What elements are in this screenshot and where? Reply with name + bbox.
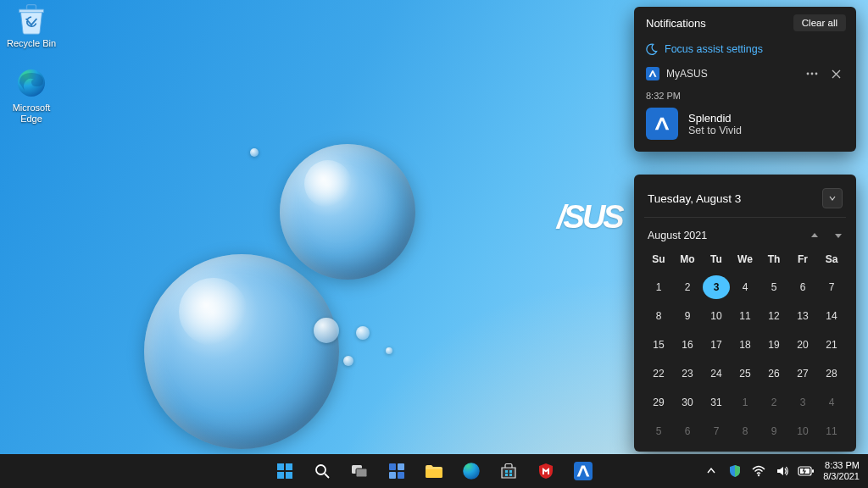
svg-rect-4 <box>277 463 284 470</box>
calendar-day[interactable]: 13 <box>789 304 816 328</box>
calendar-grid: SuMoTuWeThFrSa12345678910111213141516171… <box>644 250 846 443</box>
calendar-day[interactable]: 29 <box>645 391 672 414</box>
battery-tray-button[interactable] <box>796 457 816 485</box>
wifi-icon <box>752 464 765 478</box>
focus-assist-link[interactable]: Focus assist settings <box>634 38 856 64</box>
calendar-collapse-button[interactable] <box>822 188 843 208</box>
start-button[interactable] <box>269 457 301 485</box>
myasus-taskbar-button[interactable] <box>567 457 599 485</box>
calendar-day[interactable]: 1 <box>732 391 759 414</box>
calendar-dow-header: Mo <box>673 250 702 270</box>
calendar-day[interactable]: 18 <box>732 333 759 357</box>
calendar-day[interactable]: 20 <box>789 333 816 357</box>
svg-rect-19 <box>509 474 512 476</box>
calendar-day[interactable]: 5 <box>645 419 672 443</box>
calendar-day[interactable]: 4 <box>732 275 759 299</box>
calendar-prev-month-button[interactable] <box>810 231 819 240</box>
shield-icon <box>728 464 742 478</box>
calendar-next-month-button[interactable] <box>834 231 843 240</box>
calendar-day[interactable]: 1 <box>645 275 672 299</box>
folder-icon <box>425 463 443 480</box>
wallpaper-droplet <box>343 356 353 366</box>
svg-point-3 <box>815 73 818 75</box>
notification-title: Splendid <box>688 112 742 125</box>
file-explorer-button[interactable] <box>418 457 450 485</box>
edge-taskbar-button[interactable] <box>455 457 487 485</box>
calendar-month-label[interactable]: August 2021 <box>648 230 707 241</box>
calendar-day[interactable]: 7 <box>818 275 845 299</box>
notification-close-button[interactable] <box>828 68 844 80</box>
calendar-day[interactable]: 23 <box>674 362 701 385</box>
windows-logo-icon <box>276 463 293 480</box>
calendar-day[interactable]: 11 <box>732 304 759 328</box>
close-icon <box>832 69 841 79</box>
calendar-day[interactable]: 2 <box>760 391 787 414</box>
calendar-day[interactable]: 31 <box>703 391 730 414</box>
edge-icon <box>14 66 48 100</box>
calendar-day[interactable]: 5 <box>760 275 787 299</box>
calendar-day[interactable]: 28 <box>818 362 845 385</box>
clock-time: 8:33 PM <box>823 460 860 471</box>
volume-tray-button[interactable] <box>772 457 793 485</box>
calendar-day[interactable]: 10 <box>703 304 730 328</box>
wifi-tray-button[interactable] <box>748 457 769 485</box>
calendar-day[interactable]: 7 <box>703 419 730 443</box>
calendar-day[interactable]: 16 <box>674 333 701 357</box>
notification-card[interactable]: MyASUS 8:32 PM Splendid Set to Vivid <box>644 64 846 141</box>
notifications-panel: Notifications Clear all Focus assist set… <box>634 7 856 152</box>
notification-app-name: MyASUS <box>666 68 708 80</box>
calendar-day[interactable]: 3 <box>703 275 730 299</box>
calendar-day[interactable]: 8 <box>645 304 672 328</box>
search-button[interactable] <box>306 457 338 485</box>
taskbar-clock[interactable]: 8:33 PM 8/3/2021 <box>820 460 865 482</box>
desktop-icon-microsoft-edge[interactable]: Microsoft Edge <box>2 66 61 125</box>
calendar-panel: Tuesday, August 3 August 2021 SuMoTuWeTh… <box>634 175 856 452</box>
calendar-dow-header: Tu <box>702 250 731 270</box>
calendar-day[interactable]: 2 <box>674 275 701 299</box>
svg-rect-18 <box>505 474 508 476</box>
calendar-day[interactable]: 6 <box>789 275 816 299</box>
calendar-day[interactable]: 14 <box>818 304 845 328</box>
calendar-day[interactable]: 19 <box>760 333 787 357</box>
svg-point-8 <box>316 465 326 474</box>
svg-rect-17 <box>509 470 512 473</box>
recycle-bin-icon <box>14 2 48 36</box>
svg-point-15 <box>463 463 480 480</box>
calendar-day[interactable]: 10 <box>789 419 816 443</box>
calendar-day[interactable]: 22 <box>645 362 672 385</box>
widgets-button[interactable] <box>381 457 413 485</box>
calendar-dow-header: We <box>731 250 760 270</box>
taskbar-tray: 8:33 PM 8/3/2021 <box>701 454 865 488</box>
microsoft-store-button[interactable] <box>492 457 525 485</box>
tray-overflow-button[interactable] <box>701 457 721 485</box>
calendar-day[interactable]: 9 <box>674 304 701 328</box>
task-view-button[interactable] <box>343 457 376 485</box>
svg-rect-11 <box>389 463 396 470</box>
moon-icon <box>646 43 658 55</box>
notification-more-button[interactable] <box>803 70 821 77</box>
calendar-day[interactable]: 4 <box>818 391 845 414</box>
calendar-day[interactable]: 30 <box>674 391 701 414</box>
svg-rect-7 <box>286 472 292 479</box>
calendar-day[interactable]: 9 <box>760 419 787 443</box>
wallpaper-droplet <box>386 347 392 354</box>
calendar-day[interactable]: 26 <box>760 362 787 385</box>
calendar-day[interactable]: 12 <box>760 304 787 328</box>
calendar-day[interactable]: 27 <box>789 362 816 385</box>
store-icon <box>500 463 517 480</box>
mcafee-button[interactable] <box>530 457 562 485</box>
svg-rect-10 <box>356 469 367 477</box>
calendar-day[interactable]: 21 <box>818 333 845 357</box>
clear-all-button[interactable]: Clear all <box>793 14 846 31</box>
calendar-day[interactable]: 24 <box>703 362 730 385</box>
windows-security-tray-button[interactable] <box>725 457 745 485</box>
calendar-day[interactable]: 11 <box>818 419 845 443</box>
calendar-day[interactable]: 25 <box>732 362 759 385</box>
calendar-day[interactable]: 15 <box>645 333 672 357</box>
calendar-day[interactable]: 6 <box>674 419 701 443</box>
desktop-icon-recycle-bin[interactable]: Recycle Bin <box>2 2 61 49</box>
calendar-day[interactable]: 17 <box>703 333 730 357</box>
calendar-day[interactable]: 3 <box>789 391 816 414</box>
calendar-day[interactable]: 8 <box>732 419 759 443</box>
myasus-icon <box>574 462 593 480</box>
